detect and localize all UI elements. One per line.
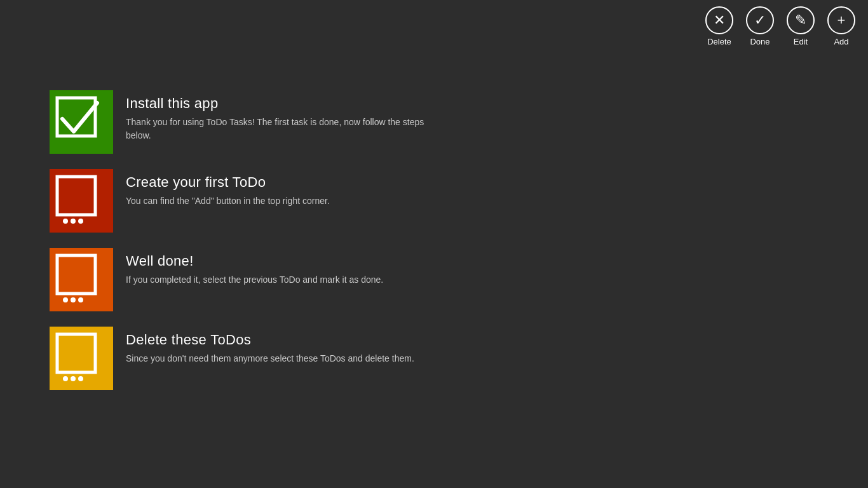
add-label: Add [834, 37, 848, 46]
todo-icon-delete-todos [50, 327, 113, 390]
todo-item-well-done[interactable]: Well done!If you completed it, select th… [50, 240, 431, 319]
todo-icon-well-done [50, 248, 113, 311]
todo-desc-create-todo: You can find the "Add" button in the top… [126, 194, 330, 208]
done-button[interactable]: ✓Done [746, 6, 774, 46]
todo-text-install-app: Install this appThank you for using ToDo… [126, 90, 431, 142]
svg-point-15 [71, 376, 76, 381]
svg-point-5 [71, 219, 76, 224]
add-button[interactable]: +Add [827, 6, 855, 46]
todo-icon-create-todo [50, 169, 113, 233]
todo-text-create-todo: Create your first ToDoYou can find the "… [126, 169, 330, 208]
svg-point-4 [63, 219, 68, 224]
todo-item-create-todo[interactable]: Create your first ToDoYou can find the "… [50, 161, 431, 240]
add-icon: + [827, 6, 855, 34]
todo-item-delete-todos[interactable]: Delete these ToDosSince you don't need t… [50, 319, 431, 398]
todo-title-create-todo: Create your first ToDo [126, 174, 330, 191]
todo-list: Install this appThank you for using ToDo… [50, 83, 431, 398]
todo-title-well-done: Well done! [126, 253, 383, 269]
todo-desc-delete-todos: Since you don't need them anymore select… [126, 352, 414, 365]
done-label: Done [750, 37, 770, 46]
delete-icon: ✕ [705, 6, 733, 34]
svg-point-6 [78, 219, 83, 224]
todo-title-install-app: Install this app [126, 95, 431, 112]
svg-point-14 [63, 376, 68, 381]
todo-title-delete-todos: Delete these ToDos [126, 332, 414, 348]
svg-point-16 [78, 376, 83, 381]
edit-label: Edit [794, 37, 808, 46]
edit-button[interactable]: ✎Edit [787, 6, 815, 46]
todo-desc-install-app: Thank you for using ToDo Tasks! The firs… [126, 116, 431, 142]
todo-text-delete-todos: Delete these ToDosSince you don't need t… [126, 327, 414, 365]
done-icon: ✓ [746, 6, 774, 34]
svg-point-9 [63, 297, 68, 302]
delete-button[interactable]: ✕Delete [705, 6, 733, 46]
svg-point-10 [71, 297, 76, 302]
svg-point-11 [78, 297, 83, 302]
todo-icon-install-app [50, 90, 113, 154]
delete-label: Delete [707, 37, 731, 46]
toolbar: ✕Delete✓Done✎Edit+Add [705, 6, 855, 46]
todo-text-well-done: Well done!If you completed it, select th… [126, 248, 383, 287]
todo-desc-well-done: If you completed it, select the previous… [126, 273, 383, 287]
todo-item-install-app[interactable]: Install this appThank you for using ToDo… [50, 83, 431, 161]
edit-icon: ✎ [787, 6, 815, 34]
